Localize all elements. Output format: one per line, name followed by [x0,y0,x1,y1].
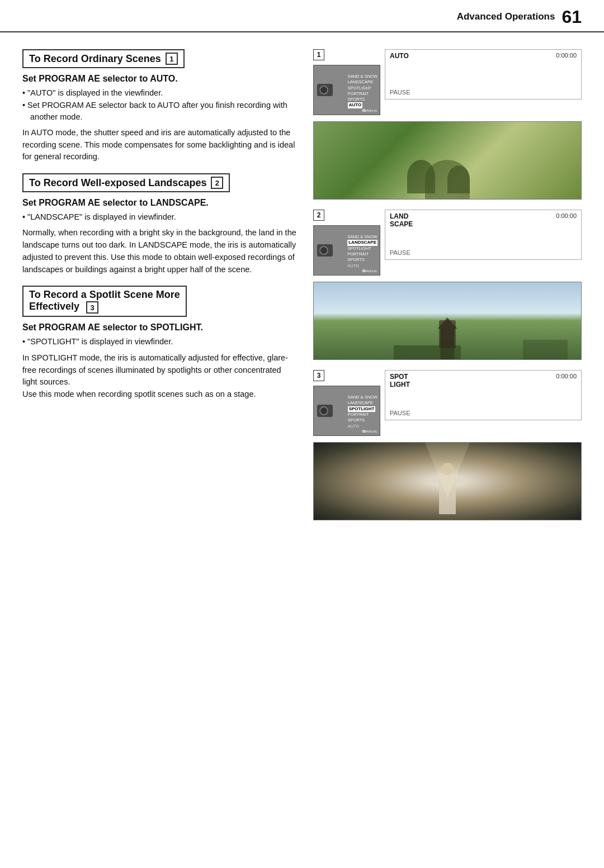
section-1-title-box: To Record Ordinary Scenes 1 [22,49,185,68]
vf-time-3: 0:00:00 [556,373,577,389]
vf-menu-3: SAND & SNOW LANDSCAPE SPOTLIGHT PORTRAIT… [348,392,380,429]
vf-badge-3: 3 [313,370,324,381]
vf-info-1: AUTO 0:00:00 PAUSE [385,49,582,99]
vf-info-3: SPOT LIGHT 0:00:00 PAUSE [385,370,582,420]
vf-pause-2: PAUSE [390,249,410,256]
page-header: Advanced Operations 61 [0,0,604,32]
section-3: To Record a Spotlit Scene More Effective… [22,286,296,400]
vf-manual-2: ◦ MANUAL [361,269,378,273]
section-1-badge: 1 [166,53,178,65]
section-3-title-line2: Effectively [29,301,79,312]
section-2-title: To Record Well-exposed Landscapes [29,177,206,189]
vf-menu-2: SAND & SNOW LANDSCAPE SPOTLIGHT PORTRAIT… [347,232,380,268]
vf-info-2: LAND SCAPE 0:00:00 PAUSE [385,210,582,260]
section-2: To Record Well-exposed Landscapes 2 Set … [22,173,296,276]
bullet-item: "LANDSCAPE" is displayed in viewfinder. [22,211,296,222]
right-column: 1 SAND & SNOW LANDSCAPE SPOTLIGHT PORTRA… [313,49,582,520]
vf-screen-2: SAND & SNOW LANDSCAPE SPOTLIGHT PORTRAIT… [313,225,380,276]
vf-manual-1: ◦ MANUAL [361,109,378,112]
vf-top-2: LAND SCAPE 0:00:00 [390,212,577,229]
viewfinder-panel-1: 1 SAND & SNOW LANDSCAPE SPOTLIGHT PORTRA… [313,49,582,115]
section-2-bullets: "LANDSCAPE" is displayed in viewfinder. [22,211,296,222]
right-section-1: 1 SAND & SNOW LANDSCAPE SPOTLIGHT PORTRA… [313,49,582,200]
bullet-item: "SPOTLIGHT" is displayed in viewfinder. [22,336,296,347]
section-1-bullets: "AUTO" is displayed in the viewfinder. S… [22,87,296,122]
bullet-item: "AUTO" is displayed in the viewfinder. [22,87,296,98]
main-content: To Record Ordinary Scenes 1 Set PROGRAM … [0,32,604,537]
vf-screen-1: SAND & SNOW LANDSCAPE SPOTLIGHT PORTRAIT… [313,65,380,115]
bullet-item: Set PROGRAM AE selector back to AUTO aft… [22,99,296,122]
vf-badge-2: 2 [313,210,324,221]
vf-pause-3: PAUSE [390,410,410,416]
section-3-bullets: "SPOTLIGHT" is displayed in viewfinder. [22,336,296,347]
section-2-badge: 2 [211,177,223,189]
vf-menu-1: SAND & SNOW LANDSCAPE SPOTLIGHT PORTRAIT… [348,72,380,108]
section-1: To Record Ordinary Scenes 1 Set PROGRAM … [22,49,296,163]
vf-badge-1: 1 [313,49,324,60]
vf-pause-1: PAUSE [390,89,410,96]
right-section-2: 2 SAND & SNOW LANDSCAPE SPOTLIGHT PORTRA… [313,210,582,360]
section-3-body: In SPOTLIGHT mode, the iris is automatic… [22,352,296,401]
section-2-title-box: To Record Well-exposed Landscapes 2 [22,173,230,192]
photo-1 [313,121,582,200]
page-number: 61 [561,8,582,26]
vf-manual-3: ◦ MANUAL [361,430,378,433]
section-2-subheading: Set PROGRAM AE selector to LANDSCAPE. [22,198,296,208]
section-1-subheading: Set PROGRAM AE selector to AUTO. [22,74,296,84]
vf-top-1: AUTO 0:00:00 [390,52,577,60]
section-1-title: To Record Ordinary Scenes [29,53,161,65]
viewfinder-panel-3: 3 SAND & SNOW LANDSCAPE SPOTLIGHT PORTRA… [313,370,582,436]
section-3-title-box: To Record a Spotlit Scene More Effective… [22,286,296,317]
header-title: Advanced Operations [457,11,555,22]
left-column: To Record Ordinary Scenes 1 Set PROGRAM … [22,49,296,520]
vf-mode-3: SPOT LIGHT [390,373,410,389]
vf-time-2: 0:00:00 [556,212,577,229]
vf-mode-1: AUTO [390,52,409,60]
vf-mode-2: LAND SCAPE [390,212,413,229]
right-section-3: 3 SAND & SNOW LANDSCAPE SPOTLIGHT PORTRA… [313,370,582,520]
photo-3 [313,442,582,520]
vf-top-3: SPOT LIGHT 0:00:00 [390,373,577,389]
section-3-subheading: Set PROGRAM AE selector to SPOTLIGHT. [22,322,296,333]
section-1-body: In AUTO mode, the shutter speed and iris… [22,127,296,163]
vf-screen-3: SAND & SNOW LANDSCAPE SPOTLIGHT PORTRAIT… [313,386,380,436]
vf-time-1: 0:00:00 [556,52,577,60]
section-3-badge: 3 [86,301,98,314]
section-3-title-inner: To Record a Spotlit Scene More Effective… [22,286,187,317]
photo-2 [313,282,582,360]
section-3-title-line1: To Record a Spotlit Scene More [29,289,180,301]
viewfinder-panel-2: 2 SAND & SNOW LANDSCAPE SPOTLIGHT PORTRA… [313,210,582,276]
section-2-body: Normally, when recording with a bright s… [22,227,296,276]
